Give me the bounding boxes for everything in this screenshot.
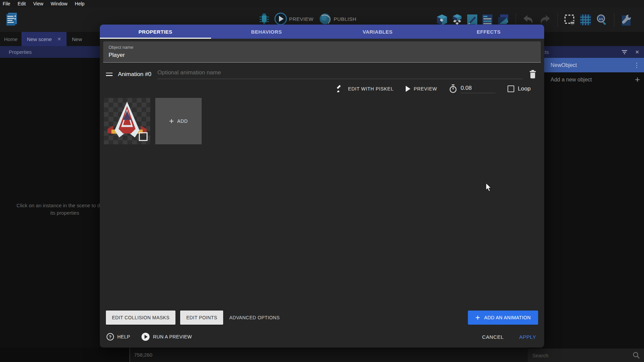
- properties-empty-message: Click on an instance in the scene to dis…: [16, 202, 114, 217]
- object-groups-icon[interactable]: [451, 14, 463, 26]
- project-manager-icon[interactable]: [5, 12, 18, 26]
- sprite-frame-thumbnail[interactable]: [104, 98, 150, 144]
- add-object-plus-icon[interactable]: +: [635, 74, 640, 85]
- dialog-actions-row: EDIT COLLISION MASKS EDIT POINTS ADVANCE…: [106, 311, 538, 325]
- layers-icon[interactable]: [497, 14, 510, 26]
- svg-text:1:1: 1:1: [599, 17, 603, 21]
- object-editor-dialog: PROPERTIES BEHAVIORS VARIABLES EFFECTS O…: [100, 25, 544, 348]
- object-name-field-label: Object name: [109, 45, 535, 50]
- tab-effects[interactable]: EFFECTS: [433, 25, 545, 39]
- tab-properties[interactable]: PROPERTIES: [100, 25, 211, 39]
- toolbar-divider: [614, 13, 614, 27]
- tab-variables[interactable]: VARIABLES: [322, 25, 433, 39]
- grid-icon[interactable]: [579, 14, 592, 26]
- help-button[interactable]: ? HELP: [107, 333, 130, 340]
- edit-points-button[interactable]: EDIT POINTS: [180, 311, 223, 325]
- delete-animation-trash-icon[interactable]: [529, 70, 537, 79]
- loop-checkbox[interactable]: [508, 85, 514, 92]
- objects-search-bar: [528, 349, 644, 362]
- redo-icon[interactable]: [538, 14, 551, 26]
- publish-globe-icon: [318, 12, 332, 25]
- publish-label: PUBLISH: [334, 16, 357, 22]
- menu-edit[interactable]: Edit: [14, 0, 30, 7]
- tab-new-scene[interactable]: New scene ✕: [22, 32, 67, 46]
- animation-title: Animation #0: [118, 71, 151, 78]
- preview-play-icon: [274, 12, 287, 25]
- zoom-actual-size-icon[interactable]: 1:1: [595, 13, 608, 26]
- plus-icon: +: [475, 315, 480, 321]
- edit-scene-properties-icon[interactable]: [467, 14, 478, 26]
- menu-window[interactable]: Window: [47, 0, 71, 7]
- search-icon: [633, 352, 640, 359]
- properties-panel-title: Properties: [9, 49, 32, 55]
- object-row-newobject[interactable]: NewObject ⋮: [528, 58, 644, 72]
- animation-frames-row: + ADD: [104, 98, 544, 144]
- timer-icon: [449, 84, 457, 93]
- tab-behaviors[interactable]: BEHAVIORS: [211, 25, 322, 39]
- frame-select-checkbox[interactable]: [139, 132, 148, 141]
- close-tab-icon[interactable]: ✕: [57, 36, 61, 42]
- objects-panel-header: Objects ✕: [528, 46, 644, 58]
- advanced-options-button[interactable]: ADVANCED OPTIONS: [229, 315, 280, 320]
- run-a-preview-button[interactable]: RUN A PREVIEW: [142, 333, 192, 341]
- scene-status-bar: 758;260: [129, 348, 528, 362]
- delete-selection-icon[interactable]: [564, 14, 576, 26]
- mouse-cursor: [485, 183, 493, 194]
- run-preview-play-icon: [142, 333, 150, 341]
- objects-panel: Objects ✕ NewObject ⋮ Add a new object +: [528, 46, 644, 362]
- time-between-frames-field: [449, 84, 495, 93]
- publish-button[interactable]: PUBLISH: [318, 12, 357, 25]
- animation-header-row: Animation #0: [106, 69, 537, 79]
- filter-icon[interactable]: [621, 50, 628, 55]
- cursor-coordinates: 758;260: [134, 352, 152, 358]
- open-settings-wrench-icon[interactable]: [620, 13, 632, 26]
- menu-view[interactable]: View: [30, 0, 47, 7]
- drag-handle-icon[interactable]: [106, 73, 113, 76]
- loop-label: Loop: [518, 85, 531, 92]
- add-new-object-row[interactable]: Add a new object +: [528, 72, 644, 87]
- loop-toggle: Loop: [508, 85, 531, 92]
- add-frame-button[interactable]: + ADD: [155, 98, 202, 144]
- tab-home[interactable]: Home: [0, 32, 22, 46]
- close-panel-icon[interactable]: ✕: [635, 49, 639, 55]
- preview-label: PREVIEW: [289, 16, 314, 22]
- menu-file[interactable]: File: [0, 0, 14, 7]
- add-an-animation-button[interactable]: + ADD AN ANIMATION: [468, 311, 538, 325]
- objects-cube-icon[interactable]: [436, 14, 448, 26]
- objects-search-input[interactable]: [532, 353, 633, 358]
- object-name-field-card: Object name: [103, 41, 541, 63]
- preview-animation-button[interactable]: PREVIEW: [406, 86, 437, 92]
- preview-button[interactable]: PREVIEW: [274, 12, 314, 25]
- menu-help[interactable]: Help: [71, 0, 88, 7]
- debugger-bug-icon[interactable]: [259, 12, 270, 26]
- object-menu-kebab-icon[interactable]: ⋮: [634, 61, 640, 69]
- animation-controls-row: EDIT WITH PISKEL PREVIEW: [100, 84, 531, 93]
- time-between-frames-input[interactable]: [460, 85, 495, 93]
- undo-icon[interactable]: [522, 14, 535, 26]
- animation-name-input[interactable]: [157, 69, 523, 79]
- edit-with-piskel-button[interactable]: EDIT WITH PISKEL: [336, 85, 393, 93]
- dialog-tab-bar: PROPERTIES BEHAVIORS VARIABLES EFFECTS: [100, 25, 544, 39]
- events-sheet-icon[interactable]: [482, 14, 493, 26]
- edit-collision-masks-button[interactable]: EDIT COLLISION MASKS: [106, 311, 175, 325]
- gdevelop-window: File Edit View Window Help: [0, 0, 644, 362]
- toolbar-divider: [557, 13, 558, 27]
- dialog-footer-row: ? HELP RUN A PREVIEW CANCEL APPLY: [107, 333, 536, 341]
- object-name-input[interactable]: [109, 50, 535, 62]
- menu-bar: File Edit View Window Help: [0, 0, 644, 7]
- apply-button[interactable]: APPLY: [519, 334, 536, 340]
- cancel-button[interactable]: CANCEL: [482, 334, 504, 340]
- plus-icon: +: [169, 118, 174, 124]
- object-name-label: NewObject: [551, 62, 577, 68]
- brush-icon: [336, 85, 345, 93]
- add-new-object-label: Add a new object: [551, 77, 592, 83]
- help-icon: ?: [107, 333, 114, 340]
- play-icon: [406, 86, 410, 92]
